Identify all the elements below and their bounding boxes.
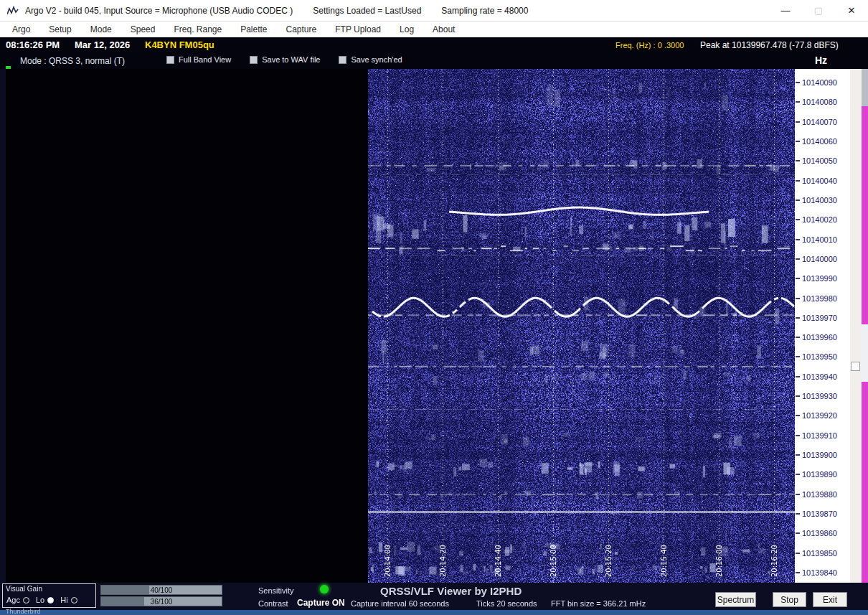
stop-button[interactable]: Stop: [773, 592, 806, 607]
freq-value: 10140050: [802, 156, 837, 165]
freq-value: 10139840: [802, 568, 837, 577]
checkbox-full-band-view[interactable]: Full Band View: [166, 55, 231, 64]
exit-button[interactable]: Exit: [813, 592, 847, 607]
scrollbar-thumb[interactable]: [851, 362, 860, 371]
freq-tick-mark: [796, 141, 800, 142]
taskbar-thunderbird-button[interactable]: Thunderbird: [6, 608, 41, 615]
freq-tick-mark: [796, 454, 800, 456]
menu-item-setup[interactable]: Setup: [39, 24, 80, 34]
minimize-icon[interactable]: —: [769, 0, 802, 22]
maximize-icon[interactable]: ▢: [802, 0, 835, 22]
visual-gain-options: AgcLoHi: [6, 596, 77, 604]
desktop-edge-strip-1: [862, 69, 868, 106]
freq-label: 10140060: [796, 136, 837, 146]
freq-value: 10140030: [802, 196, 837, 205]
freq-tick-mark: [796, 474, 800, 475]
freq-label: 10140010: [796, 235, 837, 245]
freq-label: 10139840: [796, 568, 837, 578]
capture-led-icon: [320, 585, 329, 593]
checkbox-save-to-wav-file[interactable]: Save to WAV file: [250, 55, 320, 64]
close-icon[interactable]: ✕: [835, 0, 868, 22]
settings-loaded-text: Settings Loaded = LastUsed: [313, 6, 421, 16]
visual-gain-option-hi[interactable]: Hi: [60, 596, 77, 604]
freq-value: 10139930: [802, 392, 837, 400]
freq-tick-mark: [796, 298, 800, 299]
vertical-scrollbar[interactable]: [850, 69, 862, 583]
checkbox-row: Full Band ViewSave to WAV fileSave synch…: [166, 55, 402, 64]
checkbox-box-save-to-wav-file[interactable]: [250, 56, 258, 64]
freq-tick-mark: [796, 494, 800, 495]
freq-label: 10140050: [796, 156, 837, 166]
sampling-rate-text: Sampling rate = 48000: [441, 6, 528, 16]
freq-tick-mark: [796, 532, 800, 534]
freq-value: 10140060: [802, 137, 837, 146]
argo-app-window: Argo V2 - build 045, Input Source = Micr…: [0, 0, 868, 615]
freq-value: 10140090: [802, 78, 837, 87]
freq-tick-mark: [796, 572, 800, 573]
menu-item-about[interactable]: About: [423, 24, 464, 34]
visual-gain-group: Visual Gain AgcLoHi: [2, 583, 96, 608]
contrast-label: Contrast: [258, 599, 288, 608]
freq-tick-mark: [796, 395, 800, 397]
status-row-mode: Mode : QRSS 3, normal (T) Full Band View…: [0, 53, 868, 69]
checkbox-label-full-band-view: Full Band View: [179, 55, 231, 64]
spectrum-button[interactable]: Spectrum: [715, 592, 756, 607]
checkbox-box-full-band-view[interactable]: [166, 56, 174, 64]
clock-time: 08:16:26 PM: [6, 39, 60, 50]
freq-label: 10140090: [796, 78, 837, 88]
menu-item-speed[interactable]: Speed: [121, 24, 165, 34]
freq-value: 10139960: [802, 333, 837, 342]
freq-value: 10139920: [802, 411, 837, 420]
freq-tick-mark: [796, 258, 800, 260]
title-bar[interactable]: Argo V2 - build 045, Input Source = Micr…: [0, 0, 868, 22]
freq-tick-mark: [796, 278, 800, 279]
checkbox-save-synch-ed[interactable]: Save synch'ed: [339, 55, 402, 64]
freq-tick-mark: [796, 513, 800, 515]
status-row-clock: 08:16:26 PM Mar 12, 2026 K4BYN FM05qu Fr…: [0, 37, 868, 53]
freq-tick-mark: [796, 356, 800, 357]
window-controls: — ▢ ✕: [769, 0, 868, 22]
freq-label: 10139970: [796, 313, 837, 323]
contrast-slider[interactable]: 36/100: [100, 596, 222, 606]
freq-label: 10140070: [796, 117, 837, 127]
visual-gain-option-lo[interactable]: Lo: [36, 596, 54, 604]
freq-value: 10139990: [802, 274, 837, 283]
visual-gain-option-agc[interactable]: Agc: [6, 596, 29, 604]
freq-value: 10139860: [802, 529, 837, 537]
freq-tick-mark: [796, 376, 800, 377]
freq-label: 10139980: [796, 294, 837, 304]
menu-item-palette[interactable]: Palette: [231, 24, 276, 34]
checkbox-box-save-synch-ed[interactable]: [339, 56, 346, 64]
freq-tick-mark: [796, 415, 800, 416]
capture-interval-info: Capture interval 60 seconds: [351, 599, 449, 608]
freq-tick-mark: [796, 337, 800, 338]
freq-tick-mark: [796, 219, 800, 220]
radio-icon-lo[interactable]: [47, 597, 54, 604]
waterfall-empty-area: [6, 69, 368, 583]
menu-item-argo[interactable]: Argo: [3, 24, 39, 34]
ticks-info: Ticks 20 seconds: [476, 599, 537, 608]
sensitivity-slider[interactable]: 40/100: [100, 585, 222, 595]
freq-label: 10139850: [796, 548, 837, 558]
menu-item-mode[interactable]: Mode: [81, 24, 121, 34]
freq-value: 10139890: [802, 470, 837, 479]
viewer-title: QRSS/VLF Viewer by I2PHD: [380, 585, 522, 597]
taskbar: Thunderbird: [0, 610, 868, 615]
waterfall-display[interactable]: [368, 69, 795, 583]
freq-tick-mark: [796, 101, 800, 103]
freq-value: 10140040: [802, 177, 837, 185]
freq-value: 10139870: [802, 510, 837, 518]
menu-item-log[interactable]: Log: [390, 24, 423, 34]
freq-label: 10139920: [796, 410, 837, 421]
desktop-edge-strip-3: [862, 324, 868, 382]
callsign-locator: K4BYN FM05qu: [145, 39, 214, 50]
radio-icon-agc[interactable]: [23, 597, 29, 604]
bottom-control-bar: Visual Gain AgcLoHi 40/100 36/100 Sensit…: [0, 583, 868, 610]
freq-value: 10139940: [802, 372, 837, 381]
freq-tick-mark: [796, 121, 800, 123]
radio-icon-hi[interactable]: [71, 597, 77, 604]
freq-label: 10140040: [796, 176, 837, 186]
menu-item-capture[interactable]: Capture: [277, 24, 326, 34]
menu-item-freq-range[interactable]: Freq. Range: [164, 24, 231, 34]
menu-item-ftp-upload[interactable]: FTP Upload: [326, 24, 390, 34]
